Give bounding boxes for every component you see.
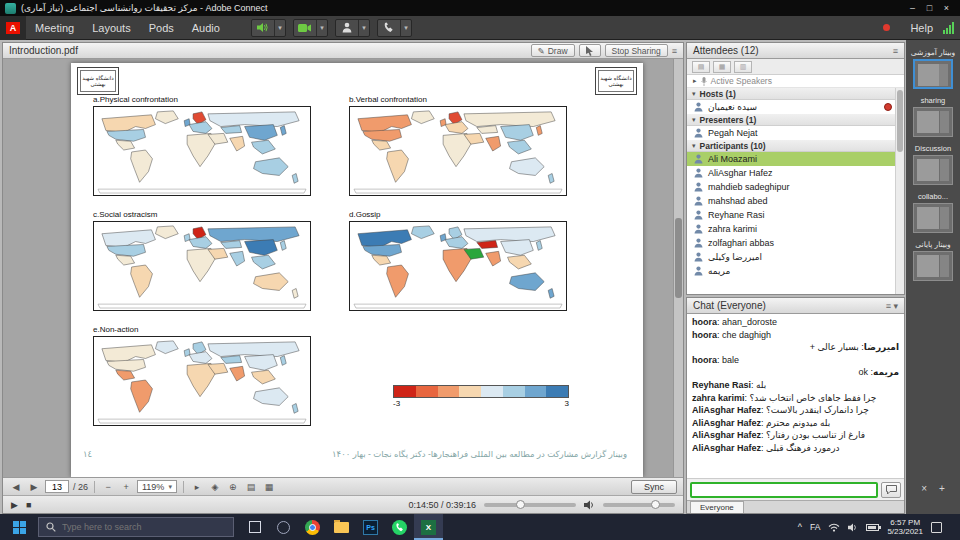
stop-sharing-button[interactable]: Stop Sharing bbox=[605, 44, 668, 57]
send-message-button[interactable] bbox=[881, 482, 901, 498]
volume-knob[interactable] bbox=[651, 500, 660, 509]
search-input[interactable] bbox=[62, 522, 212, 532]
speaker-control[interactable]: ▾ bbox=[251, 19, 286, 37]
chat-input[interactable] bbox=[690, 482, 878, 498]
status-control[interactable]: ▾ bbox=[335, 19, 370, 37]
webcam-icon[interactable] bbox=[294, 20, 316, 36]
maximize-button[interactable]: □ bbox=[921, 3, 938, 13]
attendee-view-button-1[interactable]: ▤ bbox=[692, 61, 710, 73]
zoom-level-select[interactable]: 119%▾ bbox=[137, 480, 177, 493]
menu-pods[interactable]: Pods bbox=[140, 16, 183, 39]
play-button[interactable]: ▶ bbox=[11, 500, 18, 510]
layout-thumbnail[interactable] bbox=[913, 251, 953, 281]
menu-meeting[interactable]: Meeting bbox=[26, 16, 83, 39]
attendee-section-header[interactable]: ▾ Participants (10) bbox=[687, 140, 904, 152]
attendees-scrollbar[interactable] bbox=[895, 88, 904, 294]
phone-icon[interactable] bbox=[378, 20, 400, 36]
attendee-row[interactable]: سیده نعیمیان bbox=[687, 100, 904, 114]
start-button[interactable] bbox=[0, 514, 38, 540]
language-indicator[interactable]: FA bbox=[810, 522, 820, 532]
volume-icon[interactable] bbox=[584, 500, 595, 510]
layout-thumbnail[interactable] bbox=[913, 155, 953, 185]
select-tool-button[interactable]: ▸ bbox=[190, 482, 204, 492]
collapse-icon[interactable]: ▾ bbox=[692, 90, 696, 98]
single-page-view-button[interactable]: ▤ bbox=[244, 482, 258, 492]
photoshop-button[interactable]: Ps bbox=[356, 514, 385, 540]
status-dropdown-icon[interactable]: ▾ bbox=[358, 20, 369, 36]
battery-icon[interactable] bbox=[866, 524, 879, 531]
attendee-row[interactable]: Ali Moazami bbox=[687, 152, 904, 166]
speaker-dropdown-icon[interactable]: ▾ bbox=[274, 20, 285, 36]
add-layout-icon[interactable]: + bbox=[939, 483, 945, 494]
attendee-row[interactable]: mahshad abed bbox=[687, 194, 904, 208]
pointer-button[interactable] bbox=[579, 44, 601, 57]
person-icon[interactable] bbox=[336, 20, 358, 36]
collapse-icon[interactable]: ▾ bbox=[692, 116, 696, 124]
minimize-button[interactable]: – bbox=[904, 3, 921, 13]
wifi-icon[interactable] bbox=[828, 523, 840, 532]
scrollbar-thumb[interactable] bbox=[675, 218, 682, 298]
action-center-icon[interactable] bbox=[931, 522, 942, 533]
chrome-button[interactable] bbox=[298, 514, 327, 540]
sound-icon[interactable] bbox=[848, 523, 858, 532]
attendee-section-header[interactable]: ▾ Hosts (1) bbox=[687, 88, 904, 100]
phone-control[interactable]: ▾ bbox=[377, 19, 412, 37]
attendee-row[interactable]: امیررضا وکیلی bbox=[687, 250, 904, 264]
previous-page-button[interactable]: ◀ bbox=[9, 482, 23, 492]
task-view-button[interactable] bbox=[240, 514, 269, 540]
zoom-in-button[interactable]: + bbox=[119, 482, 133, 492]
layout-item[interactable]: sharing bbox=[906, 96, 960, 137]
attendee-row[interactable]: مریمه bbox=[687, 264, 904, 278]
menu-layouts[interactable]: Layouts bbox=[83, 16, 140, 39]
attendee-row[interactable]: mahdieb sadeghipur bbox=[687, 180, 904, 194]
stop-button[interactable]: ■ bbox=[26, 500, 31, 510]
scrollbar-thumb[interactable] bbox=[897, 90, 903, 152]
attendee-row[interactable]: zahra karimi bbox=[687, 222, 904, 236]
chat-pod-menu-icon[interactable]: ≡ ▾ bbox=[886, 301, 898, 311]
attendee-view-button-3[interactable]: ▥ bbox=[734, 61, 752, 73]
zoom-out-button[interactable]: − bbox=[101, 482, 115, 492]
attendees-pod-menu-icon[interactable]: ≡ bbox=[893, 46, 898, 56]
tray-expand-icon[interactable]: ^ bbox=[798, 522, 802, 532]
webcam-control[interactable]: ▾ bbox=[293, 19, 328, 37]
volume-slider[interactable] bbox=[603, 503, 675, 507]
draw-button[interactable]: ✎ Draw bbox=[531, 44, 575, 57]
layout-thumbnail[interactable] bbox=[913, 59, 953, 89]
seek-slider[interactable] bbox=[484, 503, 576, 507]
thumbnail-view-button[interactable]: ▦ bbox=[262, 482, 276, 492]
pan-tool-button[interactable]: ◈ bbox=[208, 482, 222, 492]
document-area[interactable]: دانشگاه شهید بهشتی دانشگاه شهید بهشتی a.… bbox=[3, 59, 683, 477]
layout-thumbnail[interactable] bbox=[913, 203, 953, 233]
attendee-row[interactable]: Reyhane Rasi bbox=[687, 208, 904, 222]
attendee-row[interactable]: zolfaghari abbas bbox=[687, 236, 904, 250]
whatsapp-button[interactable] bbox=[385, 514, 414, 540]
speaker-icon[interactable] bbox=[252, 20, 274, 36]
layout-item[interactable]: وبینار آموزشی bbox=[906, 48, 960, 89]
share-pod-menu-icon[interactable]: ≡ bbox=[672, 46, 677, 56]
seek-knob[interactable] bbox=[516, 500, 525, 509]
sync-button[interactable]: Sync bbox=[631, 480, 677, 494]
menu-audio[interactable]: Audio bbox=[183, 16, 229, 39]
phone-dropdown-icon[interactable]: ▾ bbox=[400, 20, 411, 36]
collapse-icon[interactable]: ▾ bbox=[692, 142, 696, 150]
active-speakers-row[interactable]: ▸ Active Speakers bbox=[687, 75, 904, 88]
layout-thumbnail[interactable] bbox=[913, 107, 953, 137]
taskbar-search[interactable] bbox=[38, 517, 234, 537]
attendee-row[interactable]: AliAsghar Hafez bbox=[687, 166, 904, 180]
attendee-section-header[interactable]: ▾ Presenters (1) bbox=[687, 114, 904, 126]
close-button[interactable]: × bbox=[938, 3, 955, 13]
tab-everyone[interactable]: Everyone bbox=[690, 501, 744, 513]
document-scrollbar[interactable] bbox=[673, 59, 683, 477]
connection-status-icon[interactable] bbox=[943, 22, 954, 34]
webcam-dropdown-icon[interactable]: ▾ bbox=[316, 20, 327, 36]
expand-icon[interactable]: ▸ bbox=[693, 77, 697, 85]
layout-item[interactable]: وبینار پایانی bbox=[906, 240, 960, 281]
page-number-input[interactable] bbox=[45, 480, 69, 493]
next-page-button[interactable]: ▶ bbox=[27, 482, 41, 492]
file-explorer-button[interactable] bbox=[327, 514, 356, 540]
zoom-tool-button[interactable]: ⊕ bbox=[226, 482, 240, 492]
excel-button[interactable]: X bbox=[414, 514, 443, 540]
attendee-view-button-2[interactable]: ▦ bbox=[713, 61, 731, 73]
layout-item[interactable]: Discussion bbox=[906, 144, 960, 185]
layout-item[interactable]: collabo... bbox=[906, 192, 960, 233]
